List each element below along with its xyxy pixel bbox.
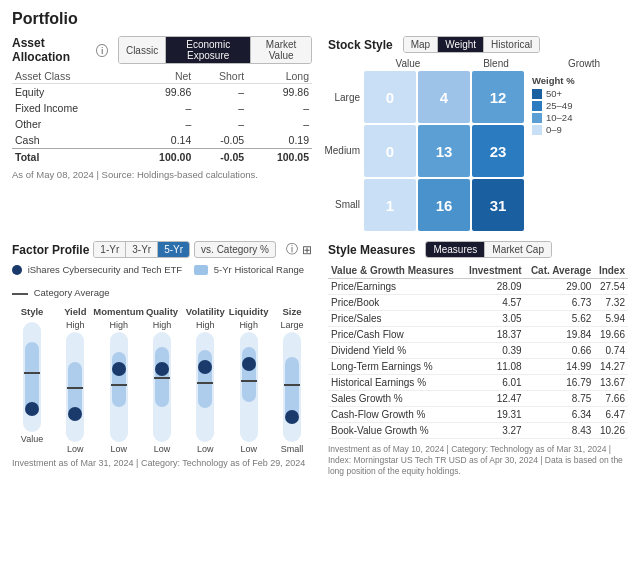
col-label-growth: Growth (540, 58, 628, 69)
style-measures-title: Style Measures (328, 243, 415, 257)
factor-table-icon[interactable]: ⊞ (302, 241, 312, 258)
factor-column: SizeLargeSmall (272, 306, 312, 454)
tab-economic-exposure[interactable]: Economic Exposure (166, 37, 251, 63)
tab-5yr[interactable]: 5-Yr (158, 242, 189, 257)
factor-top-label: High (153, 320, 172, 330)
factor-bottom-label: Low (110, 444, 127, 454)
stock-style-tabs: Map Weight Historical (403, 36, 541, 53)
factor-time-tabs: 1-Yr 3-Yr 5-Yr (93, 241, 190, 258)
asset-allocation-footnote: As of May 08, 2024 | Source: Holdings-ba… (12, 169, 312, 180)
factor-profile-panel: Factor Profile 1-Yr 3-Yr 5-Yr vs. Catego… (12, 241, 312, 477)
measures-table: Value & Growth Measures Investment Cat. … (328, 263, 628, 439)
factor-footnote: Investment as of Mar 31, 2024 | Category… (12, 458, 312, 468)
style-cell: 0 (364, 71, 416, 123)
col-label-blend: Blend (452, 58, 540, 69)
style-row-labels: Large Medium Small (328, 71, 364, 231)
alloc-row: Cash0.14-0.050.19 (12, 132, 312, 149)
measures-col-index: Index (594, 263, 628, 279)
factor-header: Factor Profile 1-Yr 3-Yr 5-Yr vs. Catego… (12, 241, 312, 258)
asset-allocation-info-icon[interactable]: i (96, 44, 107, 57)
alloc-row: Total100.00-0.05100.05 (12, 149, 312, 166)
measures-row: Price/Book4.576.737.32 (328, 295, 628, 311)
alloc-row: Other––– (12, 116, 312, 132)
row-label-large: Large (328, 72, 360, 124)
factor-top-label: Large (280, 320, 303, 330)
tab-market-value[interactable]: Market Value (251, 37, 311, 63)
factor-top-label: High (239, 320, 258, 330)
tab-measures[interactable]: Measures (426, 242, 485, 257)
style-cell: 13 (418, 125, 470, 177)
tab-market-cap[interactable]: Market Cap (485, 242, 551, 257)
page-title: Portfolio (12, 10, 628, 28)
factor-column: YieldHighLow (55, 306, 95, 454)
factor-column: LiquidityHighLow (229, 306, 269, 454)
tab-weight[interactable]: Weight (438, 37, 484, 52)
asset-allocation-table: Asset Class Net Short Long Equity99.86–9… (12, 69, 312, 165)
legend-cat-avg: Category Average (12, 287, 110, 298)
tab-1yr[interactable]: 1-Yr (94, 242, 126, 257)
factor-top-label: High (196, 320, 215, 330)
measures-row: Long-Term Earnings %11.0814.9914.27 (328, 359, 628, 375)
alloc-row: Equity99.86–99.86 (12, 84, 312, 101)
style-cell: 23 (472, 125, 524, 177)
legend-item: 50+ (532, 88, 575, 99)
col-asset-class: Asset Class (12, 69, 129, 84)
style-cell: 16 (418, 179, 470, 231)
alloc-row: Fixed Income––– (12, 100, 312, 116)
col-net: Net (129, 69, 194, 84)
legend-item: 10–24 (532, 112, 575, 123)
legend-item: 0–9 (532, 124, 575, 135)
asset-allocation-tabs: Classic Economic Exposure Market Value (118, 36, 312, 64)
factor-top-label: High (66, 320, 85, 330)
factor-legend: iShares Cybersecurity and Tech ETF 5-Yr … (12, 264, 312, 298)
factor-bottom-label: Small (281, 444, 304, 454)
style-cell: 31 (472, 179, 524, 231)
factor-profile-title: Factor Profile (12, 243, 89, 257)
legend-title: Weight % (532, 75, 575, 86)
factor-col-label: Volatility (186, 306, 225, 317)
measures-col-investment: Investment (463, 263, 525, 279)
measures-col-name: Value & Growth Measures (328, 263, 463, 279)
col-long: Long (247, 69, 312, 84)
legend-range: 5-Yr Historical Range (194, 264, 304, 275)
measures-footnote: Investment as of May 10, 2024 | Category… (328, 444, 628, 477)
measures-row: Price/Earnings28.0929.0027.54 (328, 279, 628, 295)
measures-row: Historical Earnings %6.0116.7913.67 (328, 375, 628, 391)
style-grid-body: Large Medium Small 04120132311631 Weight… (328, 71, 628, 231)
asset-allocation-title: Asset Allocation (12, 36, 92, 64)
measures-row: Price/Sales3.055.625.94 (328, 311, 628, 327)
factor-bottom-label: Value (21, 434, 43, 444)
style-cell: 0 (364, 125, 416, 177)
factor-col-label: Quality (146, 306, 178, 317)
tab-historical[interactable]: Historical (484, 37, 539, 52)
style-col-labels: Value Blend Growth (364, 58, 628, 69)
style-legend: Weight % 50+25–4910–240–9 (532, 75, 575, 231)
factor-column: MomentumHighLow (99, 306, 139, 454)
factor-column: QualityHighLow (142, 306, 182, 454)
measures-row: Cash-Flow Growth %19.316.346.47 (328, 407, 628, 423)
factor-col-label: Liquidity (229, 306, 269, 317)
tab-map[interactable]: Map (404, 37, 438, 52)
factor-bottom-label: Low (240, 444, 257, 454)
stock-style-title: Stock Style (328, 38, 393, 52)
factor-info-icon[interactable]: ⓘ (286, 241, 298, 258)
row-label-medium: Medium (328, 125, 360, 177)
tab-3yr[interactable]: 3-Yr (126, 242, 158, 257)
style-measures-panel: Style Measures Measures Market Cap Value… (328, 241, 628, 477)
tab-classic[interactable]: Classic (119, 37, 166, 63)
measures-row: Price/Cash Flow18.3719.8419.66 (328, 327, 628, 343)
factor-col-label: Size (282, 306, 301, 317)
measures-row: Book-Value Growth %3.278.4310.26 (328, 423, 628, 439)
factor-bottom-label: Low (67, 444, 84, 454)
factor-col-label: Style (21, 306, 44, 317)
factor-column: StyleValue (12, 306, 52, 454)
factor-top-label: High (109, 320, 128, 330)
measures-col-cat-avg: Cat. Average (525, 263, 595, 279)
col-label-value: Value (364, 58, 452, 69)
factor-columns: StyleValueYieldHighLowMomentumHighLowQua… (12, 306, 312, 454)
style-cell: 1 (364, 179, 416, 231)
factor-icon-group: ⓘ ⊞ (286, 241, 312, 258)
vs-category-dropdown[interactable]: vs. Category % (194, 241, 276, 258)
factor-bottom-label: Low (197, 444, 214, 454)
col-short: Short (194, 69, 247, 84)
